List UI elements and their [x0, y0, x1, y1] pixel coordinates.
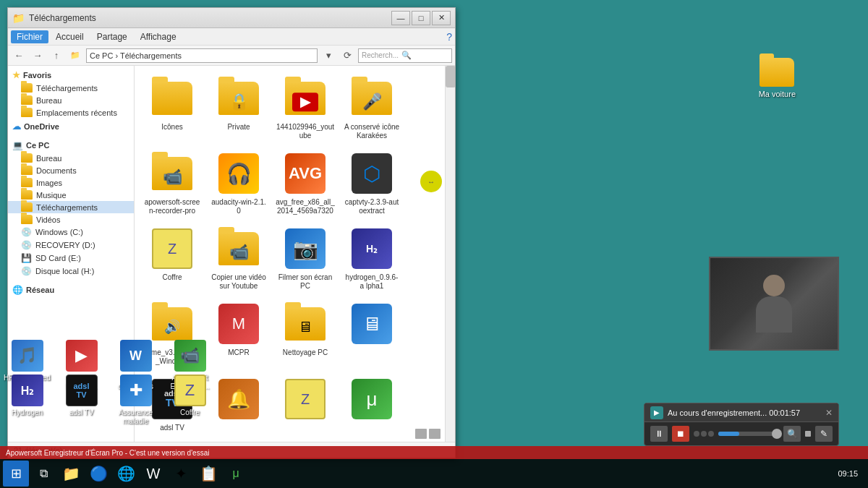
recording-close-button[interactable]: ✕ — [825, 408, 833, 418]
file-karaoke[interactable]: 🎤 A conservé icône Karakées — [340, 72, 404, 144]
sidebar-windows-c[interactable]: 💿 Windows (C:) — [8, 226, 134, 239]
view-tiles-icon[interactable] — [429, 429, 441, 439]
file-screen2[interactable]: 🖥 — [340, 297, 404, 369]
start-button[interactable]: ⊞ — [3, 461, 29, 487]
file-hydrogen[interactable]: H₂ hydrogen_0.9.6-a lpha1 — [340, 222, 404, 294]
search-bar[interactable]: Recherch... 🔍 — [358, 48, 452, 63]
sidebar-telechargements[interactable]: Téléchargements — [8, 201, 134, 213]
app-icon: 📷 — [285, 228, 326, 269]
progress-track — [718, 432, 779, 436]
menu-affichage[interactable]: Affichage — [135, 30, 182, 43]
desktop-app-coffre[interactable]: Z Coffre — [163, 372, 217, 429]
app-icon: M — [218, 304, 259, 344]
desktop-app-hydrogen[interactable]: H₂ Hydrogen — [0, 372, 54, 429]
favorites-header[interactable]: ★ Favoris — [8, 69, 134, 82]
back-button[interactable]: ← — [11, 48, 27, 63]
connector-circle: ↔ — [420, 171, 442, 192]
file-private[interactable]: 🔒 Private — [207, 72, 271, 144]
settings-btn[interactable]: ✎ — [815, 426, 833, 442]
sidebar-recent[interactable]: Emplacements récents — [8, 106, 134, 119]
sidebar-videos[interactable]: Vidéos — [8, 213, 134, 226]
apowersoft-icon: 📹 — [174, 340, 206, 372]
address-dropdown[interactable]: ▾ — [320, 48, 336, 63]
taskbar-files[interactable]: 📋 — [195, 461, 221, 487]
taskbar-word[interactable]: W — [140, 461, 166, 487]
camera-toggle[interactable]: 🔍 — [783, 426, 801, 442]
menu-accueil[interactable]: Accueil — [50, 30, 90, 43]
forward-button[interactable]: → — [30, 48, 46, 63]
menu-fichier[interactable]: Fichier — [11, 30, 48, 43]
view-details-icon[interactable] — [415, 429, 427, 439]
sidebar-documents[interactable]: Documents — [8, 164, 134, 176]
sidebar-downloads[interactable]: Téléchargements — [8, 82, 134, 94]
file-coffre2[interactable]: Z — [273, 372, 337, 436]
file-label: hydrogen_0.9.6-a lpha1 — [344, 273, 400, 291]
location-icon: 📁 — [67, 48, 83, 63]
taskbar-clock: 09:15 — [832, 459, 864, 488]
file-coffre[interactable]: Z Coffre — [140, 222, 204, 294]
menu-bar: Fichier Accueil Partage Affichage ? — [8, 28, 455, 46]
address-bar[interactable]: Ce PC › Téléchargements — [86, 48, 318, 63]
menu-partage[interactable]: Partage — [91, 30, 133, 43]
onedrive-header[interactable]: ☁ OneDrive — [8, 120, 134, 133]
pause-button[interactable]: ⏸ — [650, 426, 668, 442]
sidebar-bureau[interactable]: Bureau — [8, 94, 134, 106]
minimize-button[interactable]: — — [391, 11, 410, 25]
file-copier-video[interactable]: 📹 Copier une vidéo sur Youtube — [207, 222, 271, 294]
taskview-button[interactable]: ⧉ — [30, 461, 56, 487]
recording-widget: ▶ Au cours d'enregistrement... 00:01:57 … — [644, 403, 839, 446]
file-utorrent[interactable]: μ — [340, 372, 404, 436]
drive-icon: 💿 — [21, 240, 32, 250]
file-filmer[interactable]: 📷 Filmer son écran PC — [273, 222, 337, 294]
dot2 — [701, 431, 707, 437]
file-label: Icônes — [161, 123, 182, 132]
file-icones[interactable]: Icônes — [140, 72, 204, 144]
notification-bar: Apowersoft Enregistreur d'Écran Pro - C'… — [0, 446, 868, 459]
network-header[interactable]: 🌐 Réseau — [8, 283, 134, 296]
progress-fill — [718, 432, 739, 436]
file-icon-area: Z — [149, 226, 195, 272]
file-audacity[interactable]: 🎧 audacity-win-2.1. 0 — [207, 147, 271, 219]
progress-thumb[interactable] — [772, 429, 782, 439]
file-apowersoft[interactable]: 📹 apowersoft-scree n-recorder-pro — [140, 147, 204, 219]
file-captvty[interactable]: ⬡ captvty-2.3.9-aut oextract — [340, 147, 404, 219]
separator — [805, 431, 811, 437]
sidebar-disque-h[interactable]: 💿 Disque local (H:) — [8, 265, 134, 278]
drive-icon: 💿 — [21, 266, 32, 276]
file-icon-area: 🔔 — [216, 376, 262, 422]
sidebar-bureau-pc[interactable]: Bureau — [8, 152, 134, 164]
coffre-icon: Z — [285, 379, 326, 419]
sidebar-images[interactable]: Images — [8, 176, 134, 189]
folder-icon — [760, 58, 794, 87]
taskbar-ie[interactable]: 🌐 — [113, 461, 139, 487]
close-button[interactable]: ✕ — [432, 11, 451, 25]
lock-icon: 🔒 — [229, 93, 249, 111]
file-label: 1441029946_yout ube — [276, 123, 334, 140]
file-label: captvty-2.3.9-aut oextract — [344, 198, 400, 215]
scrollbar-track[interactable] — [445, 66, 455, 442]
desktop-app-assurance[interactable]: ✚ Assurance maladie — [109, 372, 163, 429]
pc-header[interactable]: 💻 Ce PC — [8, 139, 134, 152]
mic-icon: 🎤 — [362, 93, 382, 111]
stop-button[interactable]: ⏹ — [672, 426, 689, 442]
file-icon-area: 🖥 — [349, 301, 395, 347]
sidebar-sd-card[interactable]: 💾 SD Card (E:) — [8, 252, 134, 265]
taskbar-chrome[interactable]: 🔵 — [85, 461, 111, 487]
help-button[interactable]: ? — [446, 31, 452, 43]
file-youtube[interactable]: ▶ 1441029946_yout ube — [273, 72, 337, 144]
sidebar-musique[interactable]: Musique — [8, 189, 134, 201]
taskbar-cortana[interactable]: ✦ — [168, 461, 194, 487]
maximize-button[interactable]: □ — [412, 11, 430, 25]
taskbar-utorrent[interactable]: μ — [223, 461, 249, 487]
file-avg[interactable]: AVG avg_free_x86_all_ 2014_4569a7320 — [273, 147, 337, 219]
desktop-folder-ma-voiture[interactable]: Ma voiture — [759, 58, 796, 98]
refresh-button[interactable]: ⟳ — [339, 48, 355, 63]
file-nettoyage[interactable]: 🖥 Nettoyage PC — [273, 297, 337, 369]
recording-logo: ▶ — [650, 406, 663, 419]
up-button[interactable]: ↑ — [48, 48, 64, 63]
desktop-app-adsltv[interactable]: adslTV adsl TV — [54, 372, 109, 429]
scrollbar-thumb[interactable] — [446, 66, 455, 87]
tutoriel-icon: ▶ — [66, 340, 98, 372]
taskbar-explorer[interactable]: 📁 — [58, 461, 84, 487]
sidebar-recovery-d[interactable]: 💿 RECOVERY (D:) — [8, 239, 134, 252]
